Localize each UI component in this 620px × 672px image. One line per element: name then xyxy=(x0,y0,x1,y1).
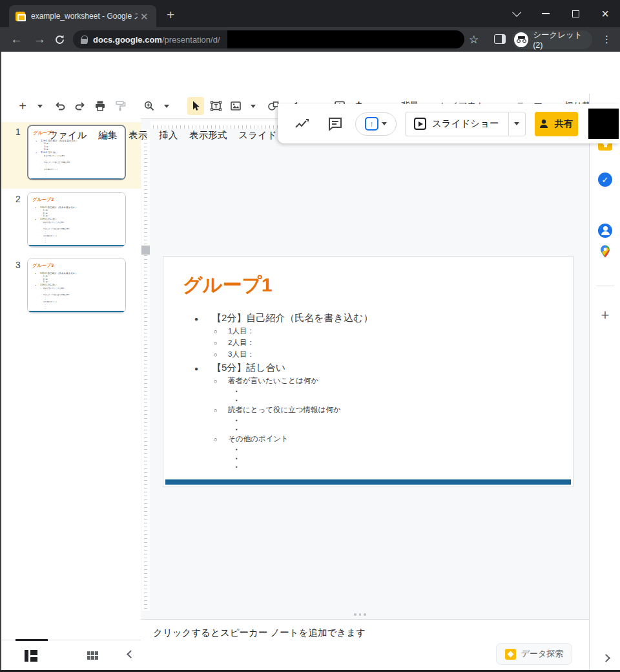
new-slide-button[interactable]: + xyxy=(14,97,31,115)
text-box-button[interactable] xyxy=(207,97,224,115)
rail-divider xyxy=(596,286,614,286)
bullet-text: 【5分】話し合い xyxy=(39,217,57,220)
menu-slide[interactable]: スライド xyxy=(232,127,282,143)
chevron-down-icon xyxy=(382,122,387,125)
incognito-avatar-icon xyxy=(514,32,528,47)
forward-button[interactable]: → xyxy=(34,27,46,52)
url-redaction-block xyxy=(227,30,464,48)
bullet-icon: ○ xyxy=(214,338,228,349)
explore-spark-icon xyxy=(505,649,516,660)
share-label: 共有 xyxy=(555,118,573,130)
collapse-filmstrip-button[interactable] xyxy=(128,651,134,657)
slide-bullet-line: ○読者にとって役に立つ情報は何か xyxy=(170,404,557,416)
menu-file[interactable]: ファイル xyxy=(43,127,92,143)
share-button[interactable]: 共有 xyxy=(535,112,578,136)
chevron-right-icon xyxy=(602,654,610,662)
slideshow-options-button[interactable] xyxy=(509,112,526,136)
filmstrip-view-button[interactable] xyxy=(25,650,37,662)
bullet-text: 2人目： xyxy=(228,337,254,348)
slide-bullet-line: ▪ xyxy=(170,396,557,405)
new-slide-options-button[interactable] xyxy=(32,97,48,115)
incognito-chip[interactable]: シークレット (2) xyxy=(512,30,592,49)
slide-bullet-line: ●【2分】自己紹介（氏名を書き込む） xyxy=(170,311,557,326)
zoom-options-button[interactable] xyxy=(158,97,175,115)
slide-bullet-line: ▪ xyxy=(170,416,557,425)
slide-editor[interactable]: グループ1 ●【2分】自己紹介（氏名を書き込む）○1人目：○2人目：○3人目：●… xyxy=(163,256,574,487)
bullet-icon: ○ xyxy=(214,405,228,416)
tab-close-icon[interactable]: ✕ xyxy=(140,12,149,21)
url-path: /presentation/d/ xyxy=(162,35,220,45)
window-minimize-button[interactable] xyxy=(531,0,561,27)
grid-view-button[interactable] xyxy=(87,651,98,660)
bullet-text: 読者にとって役に立つ情報は何か xyxy=(43,228,70,231)
slide-thumbnail-3[interactable]: グループ3 ●【2分】自己紹介（氏名を書き込む）○1人目：○2人目：○3人目：●… xyxy=(27,258,126,313)
play-icon xyxy=(414,118,426,130)
vertical-ruler xyxy=(141,129,150,611)
slide-bullet-line: ▪ xyxy=(29,308,121,310)
explore-button[interactable]: データ探索 xyxy=(496,643,572,665)
menu-format[interactable]: 表示形式 xyxy=(183,127,232,143)
browser-tab[interactable]: example_worksheet - Google スライド ✕ xyxy=(9,5,156,27)
bullet-icon: ○ xyxy=(214,350,228,361)
slide-bullet-line: ○3人目： xyxy=(170,349,557,361)
active-view-indicator xyxy=(16,639,48,641)
window-menu-button[interactable] xyxy=(501,0,530,27)
account-avatar[interactable] xyxy=(588,109,619,139)
slide-canvas[interactable]: グループ1 ●【2分】自己紹介（氏名を書き込む）○1人目：○2人目：○3人目：●… xyxy=(141,118,589,619)
browser-toolbar: ← → docs.google.com/presentation/d/ ☆ シー… xyxy=(0,27,620,52)
menu-insert[interactable]: 挿入 xyxy=(153,127,183,143)
bullet-icon: ○ xyxy=(214,326,228,337)
new-tab-button[interactable]: + xyxy=(167,7,174,23)
speaker-notes-placeholder[interactable]: クリックするとスピーカー ノートを追加できます xyxy=(153,627,366,639)
slides-favicon-icon xyxy=(16,12,25,21)
comment-history-button[interactable] xyxy=(327,116,344,132)
tasks-icon[interactable]: ✓ xyxy=(598,173,612,187)
slide-bullet-line: ○著者が言いたいことは何か xyxy=(170,375,557,387)
speaker-notes-panel[interactable]: クリックするとスピーカー ノートを追加できます データ探索 xyxy=(141,619,589,672)
slide-bullet-line: ○2人目： xyxy=(170,337,557,349)
menu-view[interactable]: 表示 xyxy=(123,127,153,143)
reload-button[interactable] xyxy=(54,27,65,52)
browser-menu-icon[interactable]: ⋮ xyxy=(602,27,612,52)
menu-edit[interactable]: 編集 xyxy=(92,127,123,143)
insert-image-options-button[interactable] xyxy=(245,97,262,115)
window-close-button[interactable]: × xyxy=(590,0,620,27)
redo-button[interactable] xyxy=(72,97,88,115)
contacts-icon[interactable] xyxy=(598,224,612,238)
present-to-meeting-button[interactable]: ↑ xyxy=(355,112,397,136)
chevron-down-icon xyxy=(514,122,519,125)
lock-icon xyxy=(81,36,87,44)
paint-format-button[interactable] xyxy=(112,97,129,115)
header-actions-card: ↑ スライドショー 共有 xyxy=(278,104,620,143)
select-tool-button[interactable] xyxy=(187,97,204,115)
undo-button[interactable] xyxy=(52,97,68,115)
slide-title[interactable]: グループ1 xyxy=(183,272,273,299)
slideshow-button[interactable]: スライドショー xyxy=(405,112,509,136)
slideshow-label: スライドショー xyxy=(432,118,499,130)
maps-icon[interactable] xyxy=(598,244,612,258)
slide-body-textbox[interactable]: ●【2分】自己紹介（氏名を書き込む）○1人目：○2人目：○3人目：●【5分】話し… xyxy=(170,311,557,472)
add-addon-button[interactable]: + xyxy=(598,308,612,322)
bullet-icon: ▪ xyxy=(236,454,245,463)
vertical-scrollbar-thumb[interactable] xyxy=(141,246,150,255)
browser-titlebar: example_worksheet - Google スライド ✕ + × xyxy=(0,0,620,27)
bookmark-star-icon[interactable]: ☆ xyxy=(469,27,479,52)
expand-side-panel-button[interactable] xyxy=(599,651,612,664)
slide-bullet-line: ▪ xyxy=(170,454,557,463)
activity-trend-button[interactable] xyxy=(293,116,310,132)
side-panel-icon[interactable] xyxy=(494,34,506,44)
slide-number: 2 xyxy=(12,194,25,204)
print-button[interactable] xyxy=(92,97,108,115)
window-maximize-button[interactable] xyxy=(561,0,590,27)
insert-image-button[interactable] xyxy=(227,97,244,115)
notes-resize-handle[interactable] xyxy=(354,613,373,616)
zoom-button[interactable] xyxy=(141,97,158,115)
bullet-text: 【2分】自己紹介（氏名を書き込む） xyxy=(212,311,373,324)
thumbnail-body: ●【2分】自己紹介（氏名を書き込む）○1人目：○2人目：○3人目：●【5分】話し… xyxy=(29,271,121,310)
side-panel-rail: 31 ✓ + xyxy=(589,94,620,672)
bullet-text: 【5分】話し合い xyxy=(40,151,57,154)
back-button[interactable]: ← xyxy=(10,27,23,52)
bullet-icon: ○ xyxy=(214,376,228,387)
slide-thumbnail-2[interactable]: グループ2 ●【2分】自己紹介（氏名を書き込む）○1人目：○2人目：○3人目：●… xyxy=(27,192,126,247)
bullet-icon: ▪ xyxy=(236,416,245,425)
